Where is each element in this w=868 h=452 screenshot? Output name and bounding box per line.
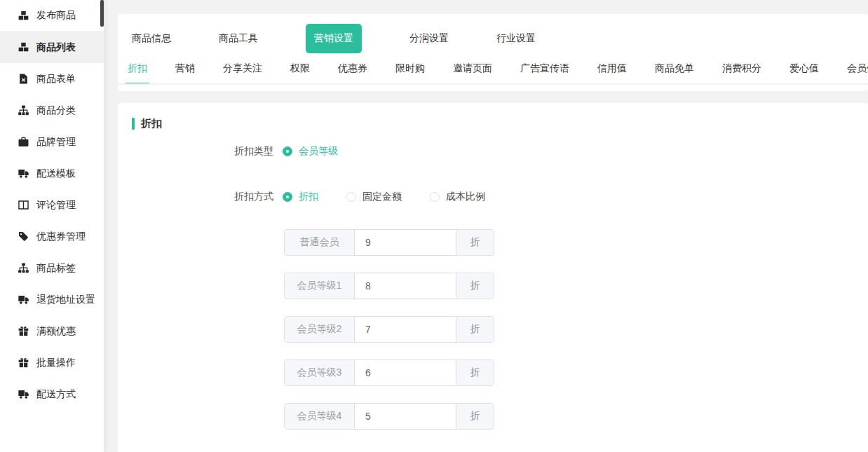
sidebar-item[interactable]: 满额优惠 [0,315,104,347]
sidebar-item[interactable]: 优惠券管理 [0,221,104,252]
subtab[interactable]: 营销 [175,62,195,83]
sidebar-item-label: 品牌管理 [36,136,76,149]
discount-type-options: 会员等级 [283,145,338,158]
sidebar-item-label: 商品标签 [36,262,76,275]
radio-option[interactable]: 折扣 [283,191,318,203]
tab[interactable]: 商品信息 [132,32,171,45]
sidebar-item[interactable]: 配送方式 [0,378,104,410]
sidebar-item-label: 批量操作 [36,357,76,369]
sidebar-item-label: 满额优惠 [36,325,76,338]
file-excel-icon [18,74,29,84]
scrollbar-thumb[interactable] [100,0,104,27]
discount-type-label: 折扣类型 [132,145,273,158]
tab[interactable]: 分润设置 [409,32,449,45]
tab[interactable]: 营销设置 [306,24,362,53]
truck-icon [18,294,29,305]
radio-label: 折扣 [299,191,318,203]
main-area: 商品信息商品工具营销设置分润设置行业设置 折扣营销分享关注权限优惠券限时购邀请页… [104,0,868,452]
sidebar-item[interactable]: 退货地址设置 [0,284,104,315]
discount-value-input[interactable] [355,230,456,255]
subtabs-row: 折扣营销分享关注权限优惠券限时购邀请页面广告宣传语信用值商品免单消费积分爱心值会… [118,62,868,85]
truck-icon [18,389,29,399]
unit-label: 折 [456,273,494,299]
discount-value-input[interactable] [355,404,456,429]
sidebar-item-label: 发布商品 [36,9,76,22]
subtab[interactable]: 消费积分 [722,62,761,83]
sidebar-item-label: 配送模板 [36,167,76,180]
sidebar-item-label: 优惠券管理 [36,231,86,243]
tag-icon [18,231,29,242]
radio-option[interactable]: 固定金额 [346,191,402,203]
sidebar-item[interactable]: 品牌管理 [0,126,104,158]
subtab[interactable]: 广告宣传语 [520,62,569,83]
columns-icon [18,200,29,210]
discount-level-row: 会员等级3 折 [284,359,494,386]
truck-icon [18,168,29,179]
radio-label: 会员等级 [299,145,338,158]
radio-icon[interactable] [283,192,292,202]
level-name-label: 会员等级1 [285,273,355,299]
discount-mode-label: 折扣方式 [132,191,273,203]
tabs-card: 商品信息商品工具营销设置分润设置行业设置 折扣营销分享关注权限优惠券限时购邀请页… [118,14,868,91]
sidebar-item-label: 商品分类 [36,104,76,117]
discount-value-input[interactable] [355,273,456,299]
sidebar-item[interactable]: 商品表单 [0,63,104,95]
sidebar-item-label: 退货地址设置 [36,294,95,306]
sidebar-item-label: 商品表单 [36,73,76,85]
subtab[interactable]: 限时购 [395,62,425,83]
unit-label: 折 [456,317,494,342]
discount-level-row: 会员等级1 折 [284,273,494,299]
cubes-icon [18,11,29,21]
subtab[interactable]: 优惠券 [338,62,367,83]
sidebar-item-label: 商品列表 [36,41,76,54]
sidebar-item[interactable]: 商品分类 [0,95,104,126]
radio-label: 成本比例 [446,191,485,203]
gift-icon [18,326,29,336]
unit-label: 折 [456,404,494,429]
sitemap-icon [18,263,29,273]
subtab[interactable]: 商品免单 [655,62,694,83]
radio-option[interactable]: 会员等级 [283,145,338,158]
discount-level-row: 会员等级4 折 [284,403,494,430]
radio-icon[interactable] [430,192,440,202]
subtab[interactable]: 信用值 [597,62,627,83]
briefcase-icon [18,137,29,147]
radio-label: 固定金额 [362,191,402,203]
tab[interactable]: 行业设置 [496,32,536,45]
discount-mode-row: 折扣方式 折扣 固定金额 成本比例 [132,191,854,203]
subtab[interactable]: 折扣 [128,62,147,83]
sidebar-item-label: 配送方式 [36,388,76,401]
unit-label: 折 [456,360,494,385]
sidebar-item[interactable]: 商品列表 [0,32,104,63]
level-name-label: 普通会员 [285,230,355,255]
tabs-row: 商品信息商品工具营销设置分润设置行业设置 [118,14,868,62]
discount-mode-options: 折扣 固定金额 成本比例 [283,191,485,203]
sidebar-item[interactable]: 评论管理 [0,189,104,221]
discount-value-input[interactable] [355,360,456,385]
section-accent-bar [132,118,135,130]
discount-type-row: 折扣类型 会员等级 [132,145,854,158]
subtab[interactable]: 邀请页面 [453,62,492,83]
unit-label: 折 [456,230,494,255]
subtab[interactable]: 分享关注 [223,62,262,83]
subtab[interactable]: 爱心值 [789,62,819,83]
radio-icon[interactable] [283,146,292,156]
sidebar-item[interactable]: 配送模板 [0,158,104,189]
radio-icon[interactable] [346,192,356,202]
tab[interactable]: 商品工具 [219,32,258,45]
section-header: 折扣 [132,117,854,130]
radio-option[interactable]: 成本比例 [430,191,485,203]
sidebar-item[interactable]: 发布商品 [0,0,104,32]
discount-value-input[interactable] [355,317,456,342]
sidebar-item[interactable]: 商品标签 [0,252,104,284]
discount-level-row: 会员等级2 折 [284,316,494,343]
sidebar-item[interactable]: 批量操作 [0,347,104,378]
subtab[interactable]: 权限 [290,62,310,83]
section-title: 折扣 [141,117,162,130]
sidebar-menu: 发布商品 商品列表 商品表单 商品分类 品牌管理 配送模板 评论管理 优惠券管理… [0,0,104,410]
level-name-label: 会员等级2 [285,317,355,342]
level-name-label: 会员等级4 [285,404,355,429]
gift-icon [18,357,29,368]
level-name-label: 会员等级3 [285,360,355,385]
subtab[interactable]: 会员价 [847,62,868,83]
